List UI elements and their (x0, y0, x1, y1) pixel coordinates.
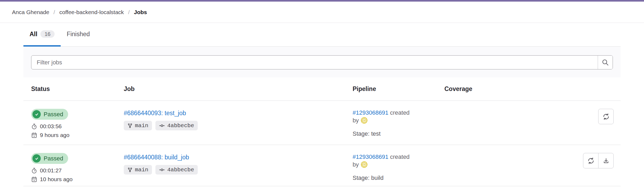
filter-input-group (31, 55, 613, 69)
job-cell: #6866440088: build_job main (124, 153, 353, 186)
commit-sha: 4abbecbe (167, 167, 194, 173)
job-row: Passed 00:01:27 (23, 145, 621, 186)
retry-job-button[interactable] (598, 109, 614, 124)
status-badge[interactable]: Passed (31, 153, 68, 164)
tab-all[interactable]: All 16 (23, 23, 61, 47)
commit-sha: 4abbecbe (167, 123, 194, 129)
branch-name: main (135, 167, 148, 173)
jobs-tabs: All 16 Finished (23, 23, 621, 47)
retry-job-button[interactable] (583, 153, 598, 168)
download-artifacts-button[interactable] (598, 153, 614, 168)
tab-all-label: All (30, 31, 37, 38)
filter-jobs-input[interactable] (31, 56, 598, 69)
job-cell: #6866440093: test_job main (124, 109, 353, 145)
age-line: 10 hours ago (31, 176, 124, 182)
job-actions-group (583, 153, 614, 168)
job-age: 10 hours ago (40, 176, 73, 182)
commit-icon (159, 167, 165, 173)
job-link[interactable]: #6866440093: test_job (124, 110, 186, 117)
breadcrumb-separator: / (128, 9, 130, 15)
column-header-coverage: Coverage (444, 85, 559, 93)
branch-ref-pill[interactable]: main (124, 121, 152, 130)
pipeline-by-line: by (353, 161, 444, 168)
pipeline-by-line: by (353, 117, 444, 124)
commit-sha-pill[interactable]: 4abbecbe (155, 165, 198, 175)
coverage-cell (444, 153, 559, 186)
status-label: Passed (44, 155, 63, 162)
pipeline-created-text: created (390, 153, 410, 160)
retry-icon (587, 157, 595, 165)
job-ref-pills: main 4abbecbe (124, 121, 353, 130)
actions-cell (559, 109, 621, 145)
branch-icon (127, 123, 133, 128)
pipeline-by-text: by (353, 117, 359, 124)
jobs-table-header: Status Job Pipeline Coverage (23, 77, 621, 101)
all-count-badge: 16 (40, 30, 54, 38)
duration-line: 00:01:27 (31, 167, 124, 174)
stage-label: Stage: build (353, 174, 444, 182)
breadcrumb-project-link[interactable]: coffee-backend-localstack (59, 9, 124, 15)
column-header-job: Job (124, 85, 353, 93)
download-icon (602, 157, 610, 164)
branch-icon (127, 167, 133, 172)
pipeline-link[interactable]: #1293068691 (353, 153, 389, 160)
duration-line: 00:03:56 (31, 123, 124, 130)
breadcrumb: Anca Ghenade / coffee-backend-localstack… (0, 2, 644, 23)
status-badge[interactable]: Passed (31, 109, 68, 120)
job-actions-group (598, 109, 614, 124)
breadcrumb-group-link[interactable]: Anca Ghenade (12, 9, 49, 15)
actions-cell (559, 153, 621, 186)
tab-finished[interactable]: Finished (61, 23, 96, 47)
stage-label: Stage: test (353, 130, 444, 138)
stopwatch-icon (31, 168, 37, 174)
user-avatar[interactable] (361, 161, 368, 168)
search-icon (602, 59, 609, 66)
calendar-icon (31, 176, 37, 182)
job-link[interactable]: #6866440088: build_job (124, 154, 189, 161)
breadcrumb-current-page: Jobs (134, 9, 147, 15)
filter-bar (23, 47, 621, 77)
branch-name: main (135, 123, 148, 129)
branch-ref-pill[interactable]: main (124, 165, 152, 175)
job-ref-pills: main 4abbecbe (124, 165, 353, 175)
job-age: 9 hours ago (40, 132, 69, 138)
age-line: 9 hours ago (31, 132, 124, 138)
column-header-pipeline: Pipeline (353, 85, 444, 93)
pipeline-line: #1293068691 created (353, 153, 444, 161)
search-button[interactable] (598, 56, 613, 69)
calendar-icon (31, 132, 37, 138)
retry-icon (602, 113, 610, 121)
status-label: Passed (44, 111, 63, 118)
user-avatar[interactable] (361, 117, 368, 124)
pipeline-line: #1293068691 created (353, 109, 444, 117)
job-duration: 00:01:27 (40, 167, 62, 174)
column-header-status: Status (23, 85, 124, 93)
pipeline-by-text: by (353, 161, 359, 168)
pipeline-created-text: created (390, 109, 410, 116)
status-cell: Passed 00:01:27 (23, 153, 124, 186)
job-row: Passed 00:03:56 (23, 101, 621, 145)
stopwatch-icon (31, 123, 37, 130)
commit-icon (159, 123, 165, 128)
pipeline-cell: #1293068691 created by (353, 109, 444, 145)
pipeline-cell: #1293068691 created by (353, 153, 444, 186)
commit-sha-pill[interactable]: 4abbecbe (155, 121, 198, 130)
jobs-page-content: All 16 Finished Status Job Pipeline Cove… (0, 23, 644, 186)
breadcrumb-separator: / (53, 9, 55, 15)
pipeline-link[interactable]: #1293068691 (353, 109, 389, 116)
status-check-icon (32, 110, 41, 118)
status-check-icon (32, 154, 41, 163)
job-duration: 00:03:56 (40, 123, 62, 130)
status-cell: Passed 00:03:56 (23, 109, 124, 145)
coverage-cell (444, 109, 559, 145)
